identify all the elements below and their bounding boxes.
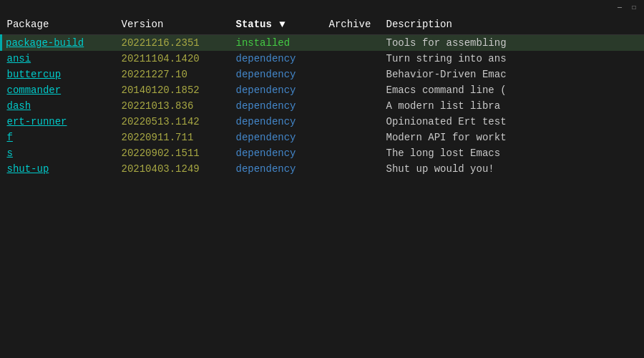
package-archive [323, 145, 381, 161]
package-table-container: Package Version Status ▼ Archive Descrip… [0, 14, 644, 177]
package-name[interactable]: package-build [6, 37, 84, 49]
package-status: dependency [230, 98, 323, 114]
package-description: A modern list libra [381, 98, 645, 114]
package-name[interactable]: shut-up [7, 163, 49, 175]
table-row[interactable]: commander20140120.1852dependencyEmacs co… [1, 82, 645, 98]
package-version: 20221013.836 [116, 98, 230, 114]
package-name[interactable]: s [7, 147, 13, 159]
package-description: Opinionated Ert test [381, 114, 645, 130]
package-status: dependency [230, 130, 323, 145]
maximize-button[interactable]: ☐ [630, 3, 638, 11]
package-description: The long lost Emacs [381, 145, 645, 161]
package-status: dependency [230, 82, 323, 98]
package-archive [323, 82, 381, 98]
title-bar: — ☐ [0, 0, 644, 14]
package-description: Turn string into ans [381, 51, 645, 67]
package-status: dependency [230, 51, 323, 67]
package-description: Shut up would you! [381, 161, 645, 177]
package-status: dependency [230, 114, 323, 130]
status-label: Status [236, 19, 272, 30]
package-version: 20221227.10 [116, 67, 230, 82]
package-version: 20220902.1511 [116, 145, 230, 161]
package-status: dependency [230, 145, 323, 161]
package-description: Behavior-Driven Emac [381, 67, 645, 82]
table-row[interactable]: ert-runner20220513.1142dependencyOpinion… [1, 114, 645, 130]
package-version: 20211104.1420 [116, 51, 230, 67]
package-version: 20221216.2351 [116, 35, 230, 52]
col-header-description: Description [381, 14, 645, 35]
package-name[interactable]: commander [7, 84, 62, 96]
table-row[interactable]: shut-up20210403.1249dependencyShut up wo… [1, 161, 645, 177]
package-name[interactable]: ansi [7, 53, 31, 64]
package-table: Package Version Status ▼ Archive Descrip… [0, 14, 644, 177]
package-version: 20210403.1249 [116, 161, 230, 177]
table-row[interactable]: ansi20211104.1420dependencyTurn string i… [1, 51, 645, 67]
col-header-status[interactable]: Status ▼ [230, 14, 323, 35]
package-version: 20220513.1142 [116, 114, 230, 130]
sort-icon: ▼ [279, 19, 285, 30]
package-description: Tools for assembling [381, 35, 645, 52]
package-archive [323, 51, 381, 67]
package-archive [323, 130, 381, 145]
minimize-button[interactable]: — [615, 3, 624, 11]
table-row[interactable]: buttercup20221227.10dependencyBehavior-D… [1, 67, 645, 82]
table-row[interactable]: s20220902.1511dependencyThe long lost Em… [1, 145, 645, 161]
table-row[interactable]: dash20221013.836dependencyA modern list … [1, 98, 645, 114]
col-header-version[interactable]: Version [116, 14, 230, 35]
package-status: dependency [230, 67, 323, 82]
table-row[interactable]: package-build20221216.2351installedTools… [1, 35, 645, 52]
package-archive [323, 161, 381, 177]
col-header-archive[interactable]: Archive [323, 14, 381, 35]
table-header: Package Version Status ▼ Archive Descrip… [1, 14, 645, 35]
table-body: package-build20221216.2351installedTools… [1, 35, 645, 178]
package-description: Modern API for workt [381, 130, 645, 145]
package-archive [323, 35, 381, 52]
package-name[interactable]: buttercup [7, 69, 62, 80]
package-status: dependency [230, 161, 323, 177]
package-status: installed [230, 35, 323, 52]
col-header-package[interactable]: Package [1, 14, 116, 35]
package-archive [323, 98, 381, 114]
package-archive [323, 67, 381, 82]
package-name[interactable]: dash [7, 100, 31, 112]
package-description: Emacs command line ( [381, 82, 645, 98]
package-name[interactable]: ert-runner [7, 116, 67, 127]
package-archive [323, 114, 381, 130]
package-name[interactable]: f [7, 132, 13, 143]
package-version: 20220911.711 [116, 130, 230, 145]
package-version: 20140120.1852 [116, 82, 230, 98]
table-row[interactable]: f20220911.711dependencyModern API for wo… [1, 130, 645, 145]
